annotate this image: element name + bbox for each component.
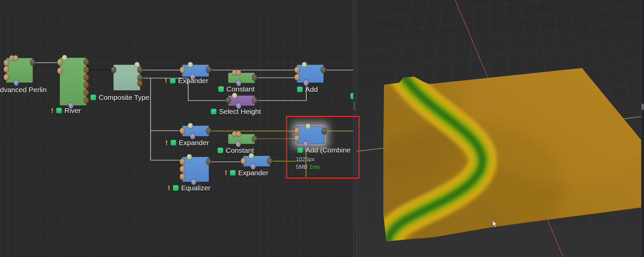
node-expander-3[interactable] bbox=[243, 156, 270, 167]
tan-port[interactable] bbox=[236, 131, 241, 137]
viewport-canvas bbox=[356, 0, 644, 257]
splitter-grip-icon bbox=[354, 102, 355, 110]
tan-port[interactable] bbox=[180, 128, 185, 134]
warning-icon: ! bbox=[51, 107, 53, 115]
scrollbar-handle[interactable] bbox=[642, 104, 644, 110]
node-label-row-constant-1: Constant bbox=[218, 85, 255, 93]
node-label: dvanced Perlin bbox=[0, 86, 47, 94]
warning-icon: ! bbox=[168, 184, 170, 192]
node-label: Expander bbox=[178, 77, 208, 85]
status-indicator[interactable] bbox=[297, 86, 303, 92]
brown-port[interactable] bbox=[84, 89, 89, 96]
olive-port[interactable] bbox=[267, 158, 272, 164]
pale-port[interactable] bbox=[232, 93, 237, 98]
status-indicator[interactable] bbox=[217, 147, 223, 153]
node-label-row-equalizer: !Equalizer bbox=[168, 184, 211, 192]
tan-port[interactable] bbox=[180, 158, 185, 165]
olive-port[interactable] bbox=[252, 74, 257, 81]
pale-port[interactable] bbox=[188, 62, 193, 67]
status-indicator-clipped[interactable] bbox=[350, 93, 353, 100]
node-label-row-expander-3: !Expander bbox=[225, 169, 268, 177]
node-label: Equalizer bbox=[181, 184, 211, 192]
node-label-row-expander-2: !Expander bbox=[165, 139, 209, 147]
tan-port[interactable] bbox=[57, 68, 62, 74]
brown-port[interactable] bbox=[84, 74, 89, 81]
tan-port[interactable] bbox=[180, 166, 185, 172]
tan-port[interactable] bbox=[57, 59, 62, 65]
status-indicator[interactable] bbox=[56, 108, 62, 114]
node-label-row-select-height: Select Height bbox=[211, 108, 261, 116]
status-indicator[interactable] bbox=[211, 109, 217, 115]
node-label: Constant bbox=[226, 85, 255, 93]
terrain-3d-viewport[interactable] bbox=[356, 0, 644, 257]
olive-port[interactable] bbox=[111, 67, 116, 73]
olive-port[interactable] bbox=[138, 67, 143, 73]
lavender-port[interactable] bbox=[14, 80, 19, 86]
tan-port[interactable] bbox=[241, 158, 246, 164]
node-label: Add bbox=[305, 85, 318, 93]
node-label: River bbox=[64, 107, 81, 115]
status-indicator[interactable] bbox=[173, 185, 179, 191]
olive-port[interactable] bbox=[226, 97, 231, 104]
node-advanced-perlin[interactable] bbox=[6, 58, 33, 83]
node-label: Composite Type bbox=[99, 93, 149, 102]
warning-icon: ! bbox=[225, 169, 227, 177]
tan-port[interactable] bbox=[4, 66, 9, 72]
olive-port[interactable] bbox=[252, 97, 257, 104]
tan-port[interactable] bbox=[4, 60, 9, 66]
node-expander-2[interactable] bbox=[182, 126, 209, 136]
node-label-row-advanced-perlin: dvanced Perlin bbox=[0, 86, 47, 94]
node-label: Constant bbox=[226, 146, 254, 154]
pale-port[interactable] bbox=[62, 55, 67, 60]
node-label-row-river: !River bbox=[51, 107, 81, 115]
status-indicator[interactable] bbox=[170, 140, 176, 146]
lavender-port[interactable] bbox=[304, 80, 309, 86]
node-composite-type[interactable] bbox=[113, 65, 140, 90]
olive-port[interactable] bbox=[30, 59, 35, 66]
warning-icon: ! bbox=[165, 139, 168, 147]
olive-port[interactable] bbox=[321, 67, 326, 73]
pale-port[interactable] bbox=[135, 62, 140, 67]
tan-port[interactable] bbox=[180, 174, 185, 180]
node-add[interactable] bbox=[297, 65, 324, 83]
node-constant-1[interactable] bbox=[228, 73, 255, 83]
node-label-row-constant-2: Constant bbox=[217, 146, 254, 154]
node-constant-2[interactable] bbox=[228, 134, 255, 144]
node-river[interactable] bbox=[60, 58, 87, 106]
brown-port[interactable] bbox=[138, 80, 143, 86]
node-label: Select Height bbox=[219, 108, 261, 116]
brown-port[interactable] bbox=[84, 97, 89, 104]
tan-port[interactable] bbox=[236, 70, 241, 75]
pale-port[interactable] bbox=[187, 154, 192, 159]
tan-port[interactable] bbox=[13, 55, 18, 61]
brown-port[interactable] bbox=[84, 67, 89, 73]
olive-port[interactable] bbox=[206, 67, 211, 73]
node-label: Expander bbox=[179, 139, 209, 147]
tan-port[interactable] bbox=[294, 74, 300, 80]
status-indicator[interactable] bbox=[218, 86, 224, 92]
node-select-height[interactable] bbox=[228, 95, 255, 106]
status-indicator[interactable] bbox=[230, 170, 236, 176]
viewport-scrollbar[interactable] bbox=[641, 0, 644, 257]
tan-port[interactable] bbox=[180, 67, 185, 73]
node-label-row-composite-type: Composite Type bbox=[90, 93, 149, 102]
olive-port[interactable] bbox=[84, 59, 89, 65]
status-indicator[interactable] bbox=[90, 94, 96, 101]
selection-rectangle bbox=[286, 116, 360, 179]
tan-port[interactable] bbox=[294, 67, 300, 73]
node-label-row-expander-1: !Expander bbox=[165, 77, 208, 85]
olive-port[interactable] bbox=[206, 128, 211, 134]
pale-port[interactable] bbox=[188, 123, 193, 128]
brown-port[interactable] bbox=[84, 82, 89, 88]
tan-port[interactable] bbox=[4, 74, 9, 80]
olive-port[interactable] bbox=[206, 158, 211, 165]
pale-port[interactable] bbox=[302, 62, 307, 67]
node-expander-1[interactable] bbox=[182, 65, 209, 77]
node-label-row-add: Add bbox=[297, 85, 318, 93]
node-label: Expander bbox=[238, 169, 268, 177]
olive-port[interactable] bbox=[252, 136, 257, 142]
app-window: dvanced Perlin!RiverComposite Type!Expan… bbox=[0, 0, 644, 257]
node-equalizer[interactable] bbox=[182, 157, 209, 182]
warning-icon: ! bbox=[165, 77, 167, 85]
status-indicator[interactable] bbox=[170, 78, 176, 84]
